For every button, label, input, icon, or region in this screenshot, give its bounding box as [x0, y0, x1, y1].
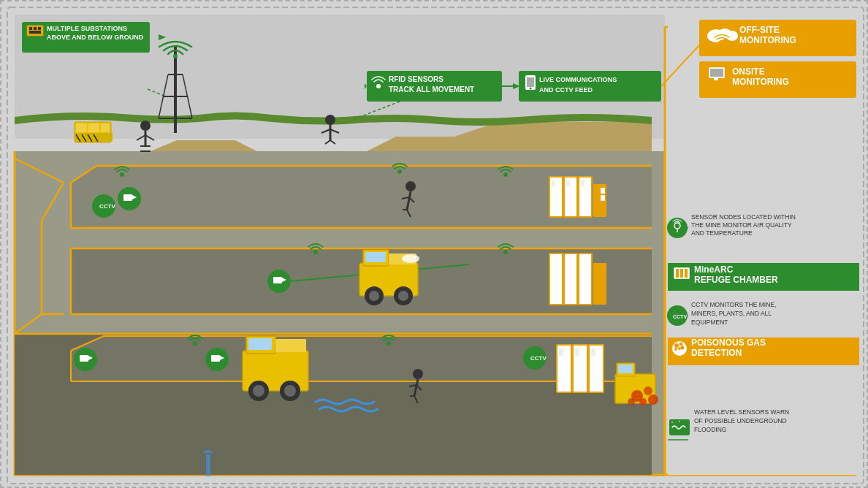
- svg-point-52: [679, 343, 683, 346]
- svg-rect-193: [206, 454, 210, 476]
- svg-point-171: [413, 369, 423, 379]
- svg-rect-183: [575, 348, 579, 356]
- svg-rect-131: [566, 180, 570, 186]
- svg-point-190: [639, 398, 647, 405]
- svg-text:MINERS, PLANTS, AND ALL: MINERS, PLANTS, AND ALL: [691, 310, 772, 317]
- svg-point-167: [253, 385, 264, 397]
- svg-rect-187: [618, 365, 633, 373]
- svg-point-146: [369, 291, 379, 301]
- svg-rect-134: [601, 195, 605, 201]
- svg-text:MONITORING: MONITORING: [732, 77, 789, 87]
- svg-text:MONITORING: MONITORING: [739, 35, 796, 45]
- svg-text:EQUIPMENT: EQUIPMENT: [691, 319, 728, 326]
- svg-point-125: [397, 169, 402, 174]
- svg-point-54: [674, 348, 677, 351]
- svg-point-53: [678, 347, 681, 350]
- svg-text:FLOODING: FLOODING: [694, 426, 726, 433]
- svg-text:OF POSSIBLE UNDERGROUND: OF POSSIBLE UNDERGROUND: [694, 417, 787, 424]
- svg-text:LIVE COMMUNICATIONS: LIVE COMMUNICATIONS: [539, 76, 617, 83]
- svg-rect-127: [564, 177, 577, 217]
- svg-rect-153: [593, 263, 606, 305]
- diagram-svg: OFF-SITE MONITORING ONSITE MONITORING SE…: [1, 1, 868, 488]
- svg-rect-150: [549, 253, 563, 305]
- svg-rect-90: [527, 77, 534, 87]
- svg-rect-143: [365, 252, 386, 262]
- svg-point-169: [284, 385, 296, 397]
- main-container: OFF-SITE MONITORING ONSITE MONITORING SE…: [0, 0, 868, 488]
- svg-rect-182: [559, 348, 563, 356]
- svg-point-80: [173, 54, 178, 58]
- svg-text:CCTV: CCTV: [530, 355, 547, 362]
- svg-point-191: [628, 398, 635, 405]
- svg-rect-151: [564, 253, 577, 305]
- svg-point-119: [406, 181, 416, 191]
- svg-rect-39: [676, 269, 679, 278]
- svg-rect-23: [714, 78, 718, 80]
- svg-rect-133: [601, 188, 605, 194]
- svg-rect-111: [101, 123, 110, 132]
- svg-point-189: [644, 386, 652, 395]
- svg-point-83: [376, 84, 381, 88]
- svg-text:THE MINE MONITOR AIR QUALITY: THE MINE MONITOR AIR QUALITY: [691, 221, 792, 229]
- svg-rect-152: [579, 253, 592, 305]
- svg-rect-128: [579, 177, 592, 217]
- svg-text:REFUGE CHAMBER: REFUGE CHAMBER: [694, 275, 778, 285]
- svg-rect-130: [552, 180, 555, 186]
- svg-rect-112: [75, 133, 113, 142]
- svg-point-17: [726, 31, 738, 41]
- svg-rect-116: [123, 194, 132, 201]
- svg-text:CCTV: CCTV: [99, 203, 115, 210]
- svg-rect-67: [29, 27, 32, 30]
- svg-text:ONSITE: ONSITE: [732, 66, 765, 77]
- svg-rect-40: [680, 269, 683, 278]
- svg-rect-137: [273, 277, 282, 283]
- svg-text:POISONOUS GAS: POISONOUS GAS: [691, 338, 766, 348]
- svg-text:CCTV: CCTV: [673, 314, 687, 319]
- svg-rect-70: [29, 31, 41, 34]
- svg-rect-165: [275, 339, 306, 352]
- svg-rect-184: [591, 348, 595, 356]
- svg-text:MULTIPLE SUBSTATIONS: MULTIPLE SUBSTATIONS: [47, 25, 127, 32]
- svg-point-154: [503, 250, 508, 254]
- svg-rect-41: [685, 269, 688, 278]
- svg-rect-69: [38, 27, 41, 30]
- svg-text:MineARC: MineARC: [694, 264, 734, 275]
- svg-rect-160: [211, 355, 220, 362]
- svg-text:WATER LEVEL SENSORS WARN: WATER LEVEL SENSORS WARN: [694, 408, 789, 416]
- svg-point-91: [530, 88, 532, 90]
- svg-rect-132: [581, 180, 585, 186]
- svg-point-55: [681, 346, 685, 350]
- svg-point-148: [398, 291, 408, 301]
- svg-text:DETECTION: DETECTION: [691, 348, 742, 358]
- svg-text:SENSOR NODES LOCATED WITHIN: SENSOR NODES LOCATED WITHIN: [691, 213, 796, 221]
- svg-point-51: [674, 343, 679, 348]
- svg-point-31: [667, 218, 688, 238]
- svg-text:RFID SENSORS: RFID SENSORS: [389, 75, 443, 83]
- svg-text:AND TEMPERATURE: AND TEMPERATURE: [691, 229, 753, 237]
- svg-rect-68: [34, 27, 37, 30]
- svg-point-102: [325, 115, 335, 125]
- svg-point-192: [648, 394, 658, 405]
- svg-rect-22: [710, 69, 723, 77]
- svg-text:ABOVE AND BELOW GROUND: ABOVE AND BELOW GROUND: [47, 34, 144, 41]
- svg-rect-126: [549, 177, 563, 217]
- svg-point-158: [193, 341, 197, 346]
- svg-text:TRACK ALL MOVEMENT: TRACK ALL MOVEMENT: [389, 85, 474, 94]
- svg-point-170: [387, 341, 391, 346]
- svg-point-139: [313, 250, 318, 254]
- svg-text:CCTV MONITORS THE MINE,: CCTV MONITORS THE MINE,: [691, 301, 776, 308]
- svg-point-95: [140, 121, 151, 131]
- svg-point-118: [120, 172, 124, 177]
- svg-point-135: [503, 172, 508, 177]
- svg-rect-164: [248, 338, 272, 350]
- svg-rect-110: [88, 123, 99, 132]
- svg-text:AND CCTV FEED: AND CCTV FEED: [539, 86, 593, 94]
- svg-text:OFF-SITE: OFF-SITE: [739, 25, 780, 35]
- svg-rect-156: [80, 355, 88, 362]
- svg-rect-109: [76, 123, 87, 132]
- svg-point-149: [402, 254, 419, 263]
